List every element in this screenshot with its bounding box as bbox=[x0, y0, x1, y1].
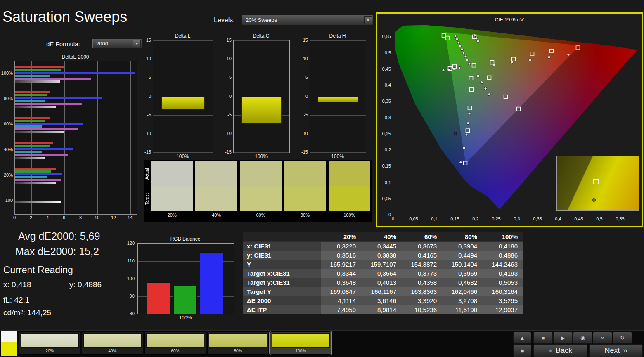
bar bbox=[15, 120, 45, 122]
table-cell: 7,4959 bbox=[321, 305, 362, 314]
table-cell: 0,4886 bbox=[483, 251, 523, 260]
bar-group bbox=[15, 112, 137, 138]
de-formula-value: 2000 bbox=[96, 40, 108, 47]
pattern-window-button[interactable]: ■ bbox=[513, 344, 531, 357]
gridline bbox=[153, 134, 213, 134]
gridline bbox=[310, 78, 366, 78]
bar bbox=[15, 100, 45, 102]
table-cell: 11,5190 bbox=[443, 305, 483, 314]
table-cell: 0,3838 bbox=[362, 251, 402, 260]
table-cell: 169,0847 bbox=[321, 287, 362, 296]
x-tick-label: 0,2 bbox=[469, 216, 482, 221]
record-button[interactable]: ◉ bbox=[573, 332, 592, 344]
bar bbox=[15, 97, 102, 99]
target-swatch bbox=[284, 186, 326, 211]
next-chevron-icon: » bbox=[623, 346, 627, 355]
next-label: Next bbox=[604, 346, 620, 355]
y-tick-label: 5 bbox=[140, 75, 151, 80]
patch-swatch bbox=[272, 333, 330, 348]
table-cell: 0,3969 bbox=[443, 269, 483, 278]
de-formula-label: dE Formula: bbox=[46, 40, 80, 47]
table-cell: 0,4165 bbox=[402, 251, 443, 260]
table-cell: 144,2463 bbox=[483, 260, 523, 269]
y-tick-label: 0,35 bbox=[377, 99, 391, 104]
page-title: Saturation Sweeps bbox=[2, 8, 127, 26]
y-tick-label: -10 bbox=[140, 131, 151, 136]
delta-h-chart bbox=[310, 40, 366, 153]
measurement-point bbox=[548, 56, 550, 58]
y-tick-label: -10 bbox=[220, 131, 232, 136]
y-tick-label: 0,45 bbox=[377, 66, 391, 71]
bar bbox=[15, 75, 50, 77]
play-button[interactable]: ▶ bbox=[553, 332, 573, 344]
bar bbox=[15, 131, 64, 133]
y-tick-label: -10 bbox=[296, 131, 308, 136]
gridline bbox=[310, 134, 366, 134]
swatch-column: 20% bbox=[151, 161, 193, 220]
y-tick-label: 0,4 bbox=[377, 83, 391, 87]
x-tick-label: 0,1 bbox=[428, 216, 441, 221]
swatch-row-labels: Actual Target bbox=[144, 161, 150, 212]
table-cell: 0,4358 bbox=[402, 278, 443, 287]
patch-label: 100% bbox=[272, 348, 330, 355]
table-cell: 0,3220 bbox=[321, 242, 362, 251]
bar-red bbox=[147, 282, 170, 314]
actual-swatch bbox=[329, 161, 370, 186]
bar bbox=[15, 179, 61, 181]
x-tick-label: 2 bbox=[26, 215, 36, 220]
y-tick-label: 0 bbox=[220, 94, 232, 99]
bar-group bbox=[15, 163, 137, 189]
levels-dropdown[interactable]: 20% Sweeps ▼ bbox=[242, 15, 373, 25]
levels-label: Levels: bbox=[214, 17, 235, 24]
table-cell: 0,4180 bbox=[483, 242, 523, 251]
gridline bbox=[153, 152, 213, 153]
table-cell: 0,3673 bbox=[402, 242, 443, 251]
delta-l-xlabel: 100% bbox=[153, 154, 213, 159]
bar bbox=[15, 94, 47, 96]
delta-c-title: Delta C bbox=[233, 33, 289, 39]
measurement-point bbox=[484, 87, 487, 90]
table-cell: 12,9037 bbox=[483, 305, 523, 314]
table-cell: 0,3564 bbox=[362, 269, 402, 278]
back-button[interactable]: « Back bbox=[533, 344, 587, 357]
y-tick-label: 0,3 bbox=[377, 115, 391, 120]
table-cell: 159,7107 bbox=[362, 260, 402, 269]
patch-button-80%[interactable]: 80% bbox=[207, 331, 269, 355]
table-cell: 150,1404 bbox=[443, 260, 483, 269]
y-tick-label: 0,5 bbox=[377, 50, 391, 55]
column-header: 20% bbox=[321, 232, 362, 242]
patch-label: 40% bbox=[83, 348, 142, 355]
patch-button-60%[interactable]: 60% bbox=[144, 331, 206, 355]
patch-button-40%[interactable]: 40% bbox=[82, 331, 143, 355]
table-cell: 0,4013 bbox=[362, 278, 402, 287]
gridline bbox=[153, 59, 213, 59]
patch-label: 60% bbox=[146, 348, 204, 355]
refresh-button[interactable]: ↻ bbox=[613, 332, 632, 344]
bar bbox=[15, 125, 42, 128]
y-tick-label: 0,55 bbox=[377, 34, 391, 39]
target-swatch bbox=[240, 186, 282, 211]
collapse-button[interactable]: ▲ bbox=[513, 332, 531, 344]
y-tick-label: 10 bbox=[220, 56, 232, 61]
corner-cell bbox=[243, 232, 321, 242]
next-button[interactable]: Next » bbox=[589, 344, 643, 357]
x-tick-label: 0,15 bbox=[448, 216, 462, 221]
y-tick-label: 10 bbox=[140, 56, 151, 61]
bar bbox=[15, 173, 62, 175]
stop-button[interactable]: ■ bbox=[533, 332, 553, 344]
de-formula-dropdown[interactable]: 2000 ▼ bbox=[92, 39, 142, 48]
y-tick-label: 80 bbox=[123, 311, 135, 316]
table-cell: 162,0466 bbox=[443, 287, 483, 296]
bar bbox=[15, 157, 45, 159]
y-tick-label: 80% bbox=[0, 96, 13, 101]
table-cell: 0,3904 bbox=[443, 242, 483, 251]
continuous-read-button[interactable]: ∞ bbox=[593, 332, 612, 344]
table-cell: 0,4682 bbox=[443, 278, 483, 287]
measurement-point bbox=[458, 66, 461, 69]
x-tick-label: 0,4 bbox=[552, 216, 565, 221]
patch-button-20%[interactable]: 20% bbox=[19, 331, 80, 355]
gridline bbox=[310, 59, 366, 59]
swatch-column: 60% bbox=[240, 161, 282, 220]
measurement-point bbox=[529, 59, 531, 61]
patch-button-100%[interactable]: 100% bbox=[270, 331, 331, 355]
